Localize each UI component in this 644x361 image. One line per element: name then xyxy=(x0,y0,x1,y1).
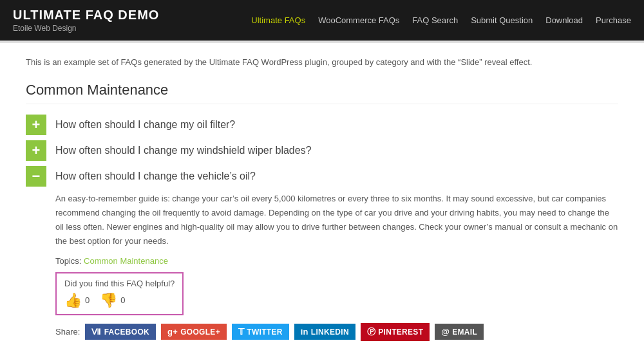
nav-item-ultimate-faqs[interactable]: Ultimate FAQs xyxy=(251,15,305,25)
share-label: Share: xyxy=(55,327,80,337)
faq-answer-text-3: An easy-to-remember guide is: change you… xyxy=(55,192,618,248)
share-twitter-button[interactable]: 𝕋 TWITTER xyxy=(232,324,289,340)
share-facebook-button[interactable]: Ⅶ FACEBOOK xyxy=(85,324,156,340)
helpful-box: Did you find this FAQ helpful? 👍 0 👎 0 xyxy=(55,272,184,315)
twitter-label: TWITTER xyxy=(247,328,282,337)
thumbs-up-button[interactable]: 👍 0 xyxy=(64,292,90,309)
intro-text: This is an example set of FAQs generated… xyxy=(26,56,618,69)
share-email-button[interactable]: @ EMAIL xyxy=(435,324,484,340)
faq-toggle-2[interactable]: + xyxy=(26,140,46,161)
site-header: ULTIMATE FAQ DEMO Etoile Web Design Ulti… xyxy=(0,0,644,41)
share-section: Share: Ⅶ FACEBOOK g+ GOOGLE+ 𝕋 TWITTER i… xyxy=(55,323,618,341)
faq-question-2[interactable]: How often should I change my windshield … xyxy=(55,145,312,156)
topics-link[interactable]: Common Maintenance xyxy=(84,256,168,266)
linkedin-label: LINKEDIN xyxy=(311,328,349,337)
thumbs-down-button[interactable]: 👎 0 xyxy=(100,292,125,309)
pinterest-icon: Ⓟ xyxy=(367,326,375,338)
twitter-icon: 𝕋 xyxy=(238,327,244,337)
nav-item-woocommerce-faqs[interactable]: WooCommerce FAQs xyxy=(318,15,399,25)
topics-label: Topics: xyxy=(55,256,84,266)
pinterest-label: PINTEREST xyxy=(378,328,423,337)
thumbs-down-icon: 👎 xyxy=(100,292,117,309)
email-icon: @ xyxy=(441,327,450,337)
faq-toggle-3[interactable]: − xyxy=(26,166,46,187)
email-label: EMAIL xyxy=(452,328,477,337)
share-pinterest-button[interactable]: Ⓟ PINTEREST xyxy=(361,323,430,341)
share-linkedin-button[interactable]: in LINKEDIN xyxy=(294,324,355,340)
helpful-buttons: 👍 0 👎 0 xyxy=(64,292,175,309)
faq-item-2: + How often should I change my windshiel… xyxy=(26,140,618,161)
nav-item-submit-question[interactable]: Submit Question xyxy=(471,15,533,25)
googleplus-label: GOOGLE+ xyxy=(180,328,220,337)
thumbs-down-count: 0 xyxy=(120,295,125,305)
category-title: Common Maintenance xyxy=(26,82,618,104)
googleplus-icon: g+ xyxy=(167,327,178,337)
nav-item-purchase[interactable]: Purchase xyxy=(596,15,631,25)
nav-item-faq-search[interactable]: FAQ Search xyxy=(412,15,458,25)
faq-item-3: − How often should I change the vehicle’… xyxy=(26,166,618,187)
share-googleplus-button[interactable]: g+ GOOGLE+ xyxy=(161,324,227,340)
facebook-label: FACEBOOK xyxy=(104,328,149,337)
thumbs-up-icon: 👍 xyxy=(64,292,82,309)
linkedin-icon: in xyxy=(301,327,308,337)
faq-toggle-1[interactable]: + xyxy=(26,115,46,135)
faq-item-1: + How often should I change my oil filte… xyxy=(26,115,618,135)
faq-answer-3: An easy-to-remember guide is: change you… xyxy=(55,192,618,341)
main-content: This is an example set of FAQs generated… xyxy=(13,43,631,361)
helpful-label: Did you find this FAQ helpful? xyxy=(64,279,175,288)
faq-question-1[interactable]: How often should I change my oil filter? xyxy=(55,119,235,131)
site-logo: ULTIMATE FAQ DEMO Etoile Web Design xyxy=(13,8,159,33)
facebook-icon: Ⅶ xyxy=(91,327,101,337)
main-nav: Ultimate FAQs WooCommerce FAQs FAQ Searc… xyxy=(251,15,631,25)
site-subtitle: Etoile Web Design xyxy=(13,24,159,33)
topics-line: Topics: Common Maintenance xyxy=(55,256,618,266)
faq-question-3[interactable]: How often should I change the vehicle’s … xyxy=(55,171,256,182)
site-title: ULTIMATE FAQ DEMO xyxy=(13,8,159,23)
thumbs-up-count: 0 xyxy=(85,295,90,305)
nav-item-download[interactable]: Download xyxy=(545,15,583,25)
